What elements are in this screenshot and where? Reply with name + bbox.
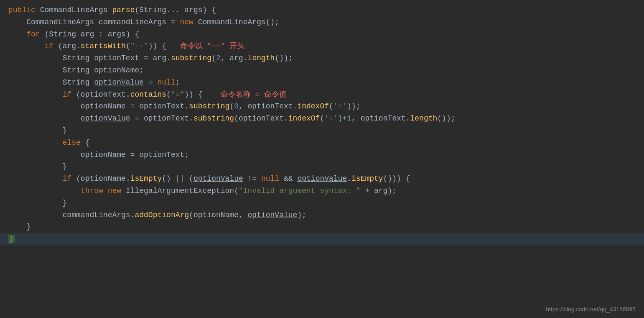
code-text-19: }: [8, 221, 636, 233]
code-line-18: commandLineArgs.addOptionArg(optionName,…: [0, 209, 644, 221]
code-text-17: }: [8, 197, 636, 209]
code-text-3: for (String arg : args) {: [8, 28, 636, 41]
code-text-2: CommandLineArgs commandLineArgs = new Co…: [8, 16, 636, 28]
code-line-10: optionValue = optionText.substring(optio…: [0, 113, 644, 125]
code-text-18: commandLineArgs.addOptionArg(optionName,…: [8, 209, 636, 221]
code-text-1: public CommandLineArgs parse(String... a…: [8, 4, 636, 16]
code-line-2: CommandLineArgs commandLineArgs = new Co…: [0, 16, 644, 28]
code-line-8: if (optionText.contains("=")) { 命令名称 = 命…: [0, 89, 644, 101]
code-text-12: else {: [8, 137, 636, 149]
code-line-19: }: [0, 221, 644, 233]
code-line-17: }: [0, 197, 644, 209]
code-line-5: String optionText = arg.substring(2, arg…: [0, 52, 644, 64]
code-line-16: throw new IllegalArgumentException("Inva…: [0, 185, 644, 197]
code-text-13: optionName = optionText;: [8, 149, 636, 161]
code-line-14: }: [0, 161, 644, 173]
code-text-10: optionValue = optionText.substring(optio…: [8, 113, 636, 125]
code-line-9: optionName = optionText.substring(0, opt…: [0, 100, 644, 113]
code-text-16: throw new IllegalArgumentException("Inva…: [8, 185, 636, 197]
code-line-3: for (String arg : args) {: [0, 28, 644, 41]
code-text-5: String optionText = arg.substring(2, arg…: [8, 52, 636, 64]
code-text-7: String optionValue = null;: [8, 77, 636, 89]
code-text-8: if (optionText.contains("=")) { 命令名称 = 命…: [8, 89, 636, 101]
code-editor: public CommandLineArgs parse(String... a…: [0, 0, 644, 318]
code-line-6: String optionName;: [0, 64, 644, 77]
code-line-11: }: [0, 125, 644, 137]
code-text-9: optionName = optionText.substring(0, opt…: [8, 100, 636, 113]
code-text-4: if (arg.startsWith("--")) { 命令以 "--" 开头: [8, 40, 636, 52]
code-text-15: if (optionName.isEmpty() || (optionValue…: [8, 173, 636, 185]
code-text-6: String optionName;: [8, 64, 636, 77]
code-line-12: else {: [0, 137, 644, 149]
footer-url: https://blog.csdn.net/qq_43186095: [546, 305, 636, 314]
code-line-1: public CommandLineArgs parse(String... a…: [0, 4, 644, 16]
code-line-13: optionName = optionText;: [0, 149, 644, 161]
code-text-20: }: [8, 233, 636, 245]
code-text-11: }: [8, 125, 636, 137]
code-text-14: }: [8, 161, 636, 173]
code-line-4: if (arg.startsWith("--")) { 命令以 "--" 开头: [0, 40, 644, 52]
code-line-15: if (optionName.isEmpty() || (optionValue…: [0, 173, 644, 185]
code-line-20: }: [0, 233, 644, 245]
code-line-7: String optionValue = null;: [0, 77, 644, 89]
